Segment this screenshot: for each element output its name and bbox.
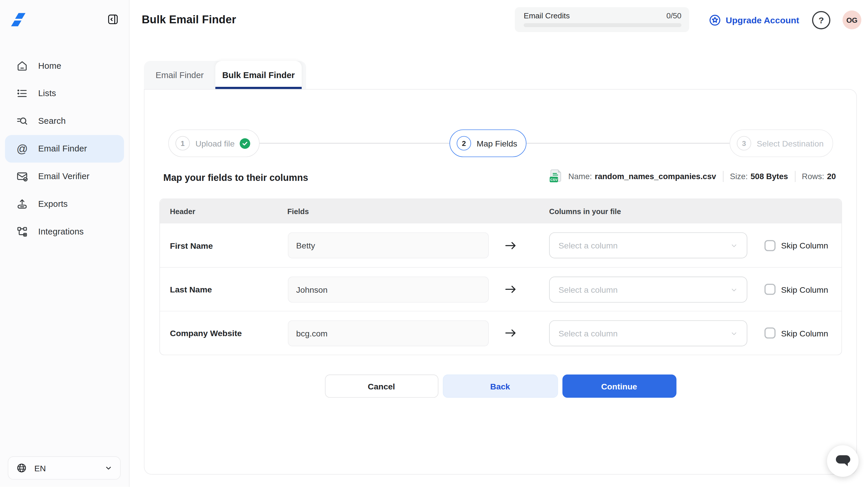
- email-credits-progressbar: [524, 23, 681, 27]
- skip-column-toggle[interactable]: Skip Column: [765, 284, 828, 295]
- wizard-stepper: 1 Upload file 2 Map Fields 3 Select Dest…: [168, 129, 834, 157]
- column-select-dropdown[interactable]: Select a column: [549, 277, 747, 303]
- file-name-label: Name:: [568, 172, 592, 181]
- help-question-glyph: ?: [818, 15, 824, 25]
- arrow-right-icon: [505, 240, 517, 250]
- mail-check-icon: [16, 170, 29, 183]
- sidebar-item-label: Home: [38, 61, 61, 71]
- home-icon: [16, 59, 29, 72]
- language-label: EN: [34, 463, 105, 473]
- cancel-button[interactable]: Cancel: [325, 375, 438, 398]
- skip-column-toggle[interactable]: Skip Column: [765, 240, 828, 251]
- upgrade-badge-icon: [709, 14, 721, 27]
- stepper-connector: [523, 143, 730, 143]
- integrations-icon: [16, 225, 29, 238]
- bulk-finder-card: 1 Upload file 2 Map Fields 3 Select Dest…: [144, 89, 857, 475]
- chevron-down-icon: [730, 241, 738, 249]
- table-row-company-website: Company Website bcg.com Select a column …: [160, 311, 841, 355]
- avatar[interactable]: OG: [843, 10, 862, 29]
- step-select-destination[interactable]: 3 Select Destination: [730, 129, 833, 157]
- globe-icon: [16, 462, 27, 474]
- sidebar-item-label: Email Verifier: [38, 171, 90, 182]
- chat-widget-button[interactable]: [827, 445, 858, 477]
- collapse-sidebar-icon[interactable]: [107, 13, 119, 26]
- column-fields-label: Fields: [287, 207, 309, 215]
- sidebar-item-label: Search: [38, 116, 66, 126]
- avatar-initials: OG: [846, 16, 858, 24]
- step-map-fields[interactable]: 2 Map Fields: [450, 129, 527, 157]
- top-header: Bulk Email Finder Email Credits 0/50 Upg…: [129, 0, 868, 40]
- sidebar-item-email-finder[interactable]: @ Email Finder: [5, 135, 124, 163]
- tab-bar: Email Finder Bulk Email Finder: [144, 61, 306, 89]
- column-select-dropdown[interactable]: Select a column: [549, 232, 747, 258]
- back-button[interactable]: Back: [442, 375, 558, 398]
- column-select-dropdown[interactable]: Select a column: [549, 320, 747, 346]
- sidebar-nav: Home Lists Search @ Email Finder: [0, 52, 129, 246]
- sidebar-item-label: Email Finder: [38, 144, 87, 154]
- wizard-actions: Cancel Back Continue: [145, 375, 856, 398]
- skip-column-checkbox[interactable]: [765, 284, 776, 295]
- sidebar-item-label: Lists: [38, 89, 56, 98]
- email-credits-value: 0/50: [666, 11, 681, 20]
- chevron-down-icon: [730, 286, 738, 294]
- section-heading: Map your fields to their columns: [163, 173, 308, 184]
- field-value-box[interactable]: Johnson: [288, 277, 489, 303]
- help-button[interactable]: ?: [812, 11, 830, 29]
- select-placeholder: Select a column: [558, 285, 730, 294]
- csv-file-icon: CSV: [549, 169, 562, 184]
- step-complete-check-icon: [240, 138, 250, 149]
- skip-column-label: Skip Column: [781, 240, 828, 250]
- svg-text:CSV: CSV: [550, 177, 557, 181]
- skip-column-toggle[interactable]: Skip Column: [765, 327, 828, 338]
- sidebar-item-label: Exports: [38, 199, 68, 209]
- sidebar-item-home[interactable]: Home: [5, 52, 124, 80]
- meta-divider: [723, 171, 723, 182]
- step-label: Select Destination: [757, 139, 824, 148]
- row-header-label: Company Website: [170, 328, 242, 337]
- email-credits-label: Email Credits: [524, 11, 570, 20]
- skip-column-checkbox[interactable]: [765, 240, 776, 251]
- tab-bulk-email-finder[interactable]: Bulk Email Finder: [215, 61, 302, 89]
- sidebar-item-lists[interactable]: Lists: [5, 79, 124, 107]
- step-label: Map Fields: [476, 139, 517, 148]
- upgrade-account-button[interactable]: Upgrade Account: [709, 14, 799, 27]
- sidebar-item-search[interactable]: Search: [5, 107, 124, 135]
- sidebar-header: [0, 0, 129, 39]
- arrow-right-icon: [505, 284, 517, 294]
- chat-bubble-icon: [835, 454, 850, 468]
- field-value-box[interactable]: Betty: [288, 232, 489, 258]
- skip-column-checkbox[interactable]: [765, 327, 776, 338]
- chevron-down-icon: [730, 329, 738, 337]
- sidebar-item-exports[interactable]: Exports: [5, 190, 124, 218]
- sidebar-item-email-verifier[interactable]: Email Verifier: [5, 163, 124, 190]
- row-header-label: First Name: [170, 240, 213, 250]
- continue-button[interactable]: Continue: [562, 375, 676, 398]
- tab-email-finder[interactable]: Email Finder: [144, 61, 215, 89]
- mapping-table-header: Header Fields Columns in your file: [160, 199, 841, 224]
- step-label: Upload file: [195, 139, 235, 148]
- step-upload-file[interactable]: 1 Upload file: [168, 129, 259, 157]
- upgrade-account-label: Upgrade Account: [726, 15, 799, 25]
- file-rows-label: Rows:: [802, 172, 824, 181]
- row-header-label: Last Name: [170, 285, 212, 294]
- select-placeholder: Select a column: [558, 329, 730, 338]
- field-value-box[interactable]: bcg.com: [288, 320, 489, 346]
- page-title: Bulk Email Finder: [142, 13, 236, 26]
- step-number: 2: [457, 136, 471, 150]
- stepper-connector: [257, 143, 451, 143]
- search-icon: [16, 115, 29, 128]
- meta-divider: [795, 171, 795, 182]
- mapping-table: Header Fields Columns in your file First…: [159, 199, 842, 355]
- export-icon: [16, 197, 29, 211]
- language-selector[interactable]: EN: [8, 456, 121, 480]
- sidebar-item-label: Integrations: [38, 227, 84, 237]
- sidebar-item-integrations[interactable]: Integrations: [5, 218, 124, 246]
- app-logo-icon: [11, 12, 25, 26]
- file-rows-value: 20: [827, 172, 836, 181]
- column-file-columns-label: Columns in your file: [549, 207, 621, 215]
- table-row-last-name: Last Name Johnson Select a column Skip C…: [160, 267, 841, 311]
- file-name-value: random_names_companies.csv: [595, 172, 716, 181]
- file-size-value: 508 Bytes: [750, 172, 788, 181]
- arrow-right-icon: [505, 328, 517, 338]
- step-number: 1: [176, 136, 190, 150]
